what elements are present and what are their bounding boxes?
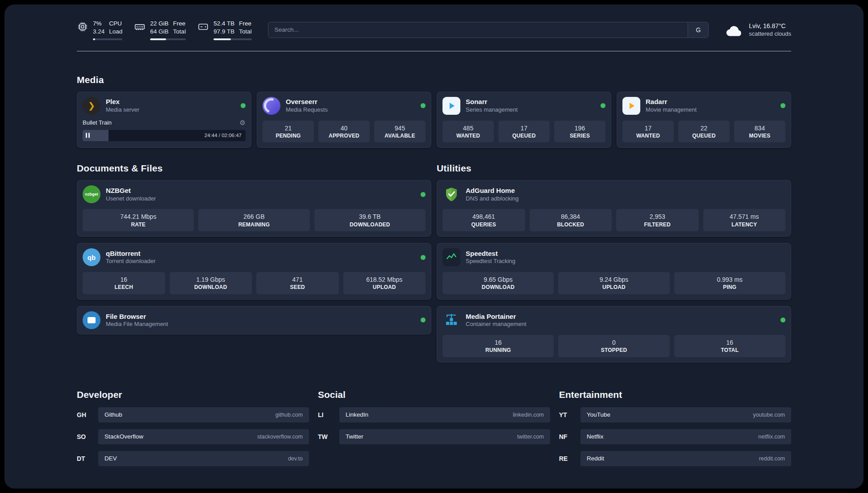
disk-metric: 52.4 TB 97.9 TB Free Total (197, 20, 252, 40)
bookmark-youtube[interactable]: YT YouTube youtube.com (559, 407, 791, 422)
ram-metric: 22 GiB 64 GiB Free Total (134, 20, 186, 40)
plex-icon: ❯ (83, 97, 100, 115)
stat-tile: 22QUEUED (678, 121, 730, 143)
app-card-adguard[interactable]: AdGuard Home DNS and adblocking 498,461Q… (437, 180, 791, 237)
qbittorrent-icon: qb (83, 248, 100, 266)
pause-icon[interactable] (86, 133, 90, 138)
status-dot (780, 318, 785, 322)
app-name: Overseerr (286, 97, 328, 106)
documents-column: Documents & Files nzbget NZBGet Usenet d… (77, 148, 431, 334)
section-title-media: Media (77, 75, 791, 85)
stat-tile: 266 GBREMAINING (198, 209, 309, 231)
stat-tile: 2,953FILTERED (616, 209, 699, 231)
stat-tile: 498,461QUERIES (442, 209, 525, 231)
app-name: Speedtest (466, 249, 515, 258)
weather-condition: scattered clouds (749, 30, 791, 38)
app-card-qbittorrent[interactable]: qb qBittorrent Torrent downloader 16LEEC… (77, 243, 431, 300)
search-input[interactable] (268, 22, 688, 38)
stat-tile: 0.993 msPING (674, 272, 785, 294)
bookmark-reddit[interactable]: RE Reddit reddit.com (559, 451, 791, 466)
app-name: File Browser (106, 312, 168, 321)
filebrowser-icon (83, 311, 100, 329)
app-card-filebrowser[interactable]: File Browser Media File Management (77, 306, 431, 334)
app-subtitle: Torrent downloader (106, 258, 155, 265)
stat-tile: 744.21 MbpsRATE (83, 209, 194, 231)
cpu-load-value: 3.24 (93, 28, 104, 36)
cpu-percent: 7% (93, 20, 104, 28)
disk-total-label: Total (239, 28, 252, 36)
stat-tile: 0STOPPED (558, 335, 669, 357)
stat-tile: 47.571 msLATENCY (703, 209, 786, 231)
weather-widget: Lviv, 16.87°C scattered clouds (725, 22, 791, 38)
overseerr-icon (263, 97, 280, 115)
app-subtitle: Media File Management (106, 321, 168, 328)
ram-progress-bar (150, 38, 186, 40)
cpu-load-label: Load (109, 28, 122, 36)
bookmark-abbr: NF (559, 433, 580, 440)
stat-tile: 21PENDING (263, 121, 314, 143)
app-card-plex[interactable]: ❯ Plex Media server Bullet Train ⚙ 24:44… (77, 92, 251, 148)
section-title-utilities: Utilities (437, 163, 791, 174)
ram-total-label: Total (173, 28, 186, 36)
stat-tile: 9.65 GbpsDOWNLOAD (442, 272, 554, 294)
app-subtitle: Speedtest Tracking (466, 258, 515, 265)
bookmark-abbr: SO (77, 433, 98, 440)
ram-free-value: 22 GiB (150, 20, 168, 28)
weather-location: Lviv, 16.87°C (749, 22, 791, 30)
bookmark-twitter[interactable]: TW Twitter twitter.com (318, 429, 550, 444)
bookmark-abbr: DT (77, 455, 98, 462)
bookmark-stackoverflow[interactable]: SO StackOverflow stackoverflow.com (77, 429, 309, 444)
section-title-social: Social (318, 389, 550, 400)
bookmark-github[interactable]: GH Github github.com (77, 407, 309, 422)
sonarr-icon (442, 97, 460, 115)
cpu-progress-bar (93, 38, 122, 40)
stat-tile: 9.24 GbpsUPLOAD (558, 272, 669, 294)
nzbget-icon: nzbget (83, 185, 100, 203)
app-name: Radarr (646, 97, 697, 106)
gear-icon[interactable]: ⚙ (240, 119, 246, 127)
app-card-portainer[interactable]: Media Portainer Container management 16R… (437, 306, 791, 363)
section-title-developer: Developer (77, 389, 309, 400)
app-name: Plex (106, 97, 139, 106)
app-name: AdGuard Home (466, 186, 519, 195)
bookmark-abbr: RE (559, 455, 580, 462)
bookmark-abbr: YT (559, 411, 580, 418)
stat-tile: 40APPROVED (318, 121, 370, 143)
bookmark-abbr: LI (318, 411, 339, 418)
ram-icon (134, 21, 146, 33)
bookmark-dev[interactable]: DT DEV dev.to (77, 451, 309, 466)
bookmark-abbr: GH (77, 411, 98, 418)
stat-tile: 485WANTED (442, 121, 494, 143)
app-card-overseerr[interactable]: Overseerr Media Requests 21PENDING 40APP… (257, 92, 431, 148)
app-card-radarr[interactable]: Radarr Movie management 17WANTED 22QUEUE… (617, 92, 791, 148)
disk-progress-bar (213, 38, 252, 40)
bookmark-linkedin[interactable]: LI LinkedIn linkedin.com (318, 407, 550, 422)
app-name: Media Portainer (466, 312, 526, 321)
adguard-icon (442, 185, 460, 203)
app-card-sonarr[interactable]: Sonarr Series management 485WANTED 17QUE… (437, 92, 611, 148)
cpu-label: CPU (109, 20, 122, 28)
ram-free-label: Free (173, 20, 186, 28)
section-title-entertainment: Entertainment (559, 389, 791, 400)
stat-tile: 1.19 GbpsDOWNLOAD (170, 272, 252, 294)
stat-tile: 16RUNNING (442, 335, 554, 357)
status-dot (421, 103, 426, 108)
stat-tile: 196SERIES (554, 121, 605, 143)
search-bar: G (268, 22, 709, 38)
search-engine-button[interactable]: G (688, 22, 708, 38)
app-card-speedtest[interactable]: Speedtest Speedtest Tracking 9.65 GbpsDO… (437, 243, 791, 300)
stat-tile: 471SEED (256, 272, 339, 294)
media-row: ❯ Plex Media server Bullet Train ⚙ 24:44… (77, 92, 791, 148)
now-playing-title: Bullet Train (83, 119, 112, 126)
app-name: Sonarr (466, 97, 517, 106)
status-dot (601, 103, 605, 108)
app-card-nzbget[interactable]: nzbget NZBGet Usenet downloader 744.21 M… (77, 180, 431, 237)
bookmarks-social: Social LI LinkedIn linkedin.com TW Twitt… (318, 389, 550, 444)
playback-progress-bar[interactable]: 24:44 / 02:06:47 (83, 130, 246, 141)
playback-time: 24:44 / 02:06:47 (204, 133, 242, 138)
cpu-icon (77, 21, 88, 33)
stat-tile: 17QUEUED (498, 121, 550, 143)
app-subtitle: Movie management (646, 106, 697, 114)
app-subtitle: Series management (466, 106, 517, 114)
bookmark-netflix[interactable]: NF Netflix netflix.com (559, 429, 791, 444)
